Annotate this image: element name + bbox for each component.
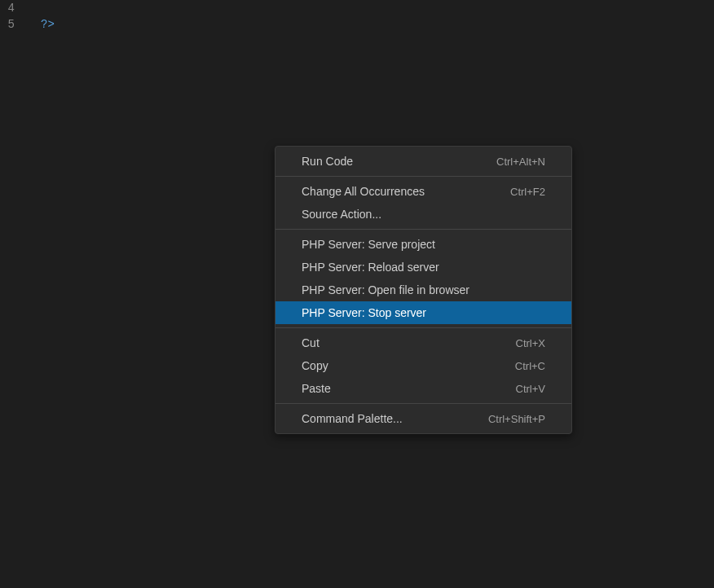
- menu-shortcut: Ctrl+X: [516, 337, 545, 349]
- menu-label: PHP Server: Reload server: [302, 261, 439, 274]
- editor-line[interactable]: 5 ?>: [0, 16, 714, 33]
- menu-item-php-stop-server[interactable]: PHP Server: Stop server: [275, 301, 571, 324]
- menu-label: Command Palette...: [302, 412, 403, 425]
- menu-item-command-palette[interactable]: Command Palette... Ctrl+Shift+P: [275, 407, 571, 430]
- menu-label: Paste: [302, 382, 331, 395]
- menu-item-source-action[interactable]: Source Action...: [275, 203, 571, 226]
- menu-label: Cut: [302, 336, 320, 349]
- menu-shortcut: Ctrl+Alt+N: [496, 156, 545, 168]
- menu-item-copy[interactable]: Copy Ctrl+C: [275, 354, 571, 377]
- line-content: ?>: [24, 18, 55, 31]
- menu-shortcut: Ctrl+C: [515, 360, 545, 372]
- menu-item-cut[interactable]: Cut Ctrl+X: [275, 331, 571, 354]
- menu-separator: [275, 403, 571, 404]
- menu-item-paste[interactable]: Paste Ctrl+V: [275, 377, 571, 400]
- menu-item-php-serve-project[interactable]: PHP Server: Serve project: [275, 233, 571, 256]
- line-number: 5: [0, 18, 24, 31]
- menu-label: Change All Occurrences: [302, 185, 425, 198]
- menu-label: PHP Server: Serve project: [302, 238, 435, 251]
- menu-item-change-all-occurrences[interactable]: Change All Occurrences Ctrl+F2: [275, 180, 571, 203]
- line-number: 4: [0, 2, 24, 15]
- editor-line[interactable]: 4: [0, 0, 714, 16]
- menu-separator: [275, 327, 571, 328]
- menu-label: PHP Server: Stop server: [302, 306, 426, 319]
- menu-item-run-code[interactable]: Run Code Ctrl+Alt+N: [275, 150, 571, 173]
- menu-item-php-reload-server[interactable]: PHP Server: Reload server: [275, 256, 571, 279]
- menu-separator: [275, 176, 571, 177]
- menu-shortcut: Ctrl+F2: [510, 186, 545, 198]
- menu-label: PHP Server: Open file in browser: [302, 283, 469, 296]
- menu-separator: [275, 229, 571, 230]
- menu-shortcut: Ctrl+Shift+P: [488, 413, 545, 425]
- menu-label: Run Code: [302, 155, 353, 168]
- menu-label: Source Action...: [302, 208, 381, 221]
- menu-shortcut: Ctrl+V: [516, 383, 545, 395]
- menu-label: Copy: [302, 359, 328, 372]
- menu-item-php-open-browser[interactable]: PHP Server: Open file in browser: [275, 279, 571, 301]
- context-menu: Run Code Ctrl+Alt+N Change All Occurrenc…: [275, 146, 572, 434]
